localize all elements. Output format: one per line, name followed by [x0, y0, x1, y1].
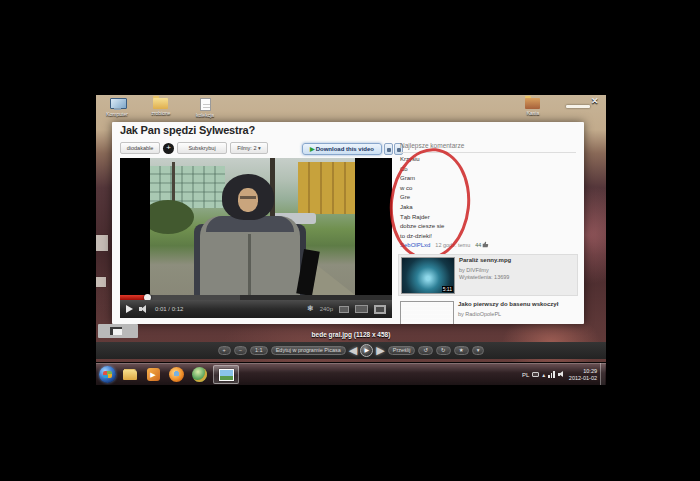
slideshow-play-button[interactable]: ▶ — [360, 344, 373, 357]
video-player: 0:01 / 0:12 ❄ 240p — [120, 158, 392, 318]
taskbar-explorer-button[interactable] — [121, 366, 139, 384]
volume-icon[interactable] — [139, 305, 149, 313]
explorer-icon — [123, 370, 137, 380]
desktop-icon-computer[interactable]: Komputer — [98, 98, 136, 117]
zoom-out-button[interactable]: − — [234, 346, 247, 355]
desktop-fragment — [96, 235, 108, 251]
previous-image-arrow[interactable]: ◀ — [349, 345, 357, 356]
duration-badge: 5:11 — [442, 286, 453, 292]
document-icon — [200, 98, 211, 111]
related-text: Jako pierwszy do basenu wskoczył by Radi… — [458, 301, 558, 324]
language-indicator[interactable]: PL — [522, 372, 529, 378]
collapse-toolbar-button[interactable]: ▾ — [472, 346, 485, 355]
keyboard-icon — [532, 372, 539, 377]
jacket-zipper — [248, 234, 251, 295]
taskbar-firefox-button[interactable] — [167, 366, 185, 384]
subscribe-plus-icon[interactable]: + — [163, 143, 174, 154]
comment-line: Gram — [400, 174, 530, 184]
tray-date: 2012-01-02 — [569, 375, 597, 382]
folder-icon — [525, 98, 540, 109]
comment-age: 12 godz. temu — [435, 242, 470, 248]
films-dropdown[interactable]: Filmy: 2 ▾ — [230, 142, 268, 154]
minimize-indicator[interactable] — [566, 105, 590, 108]
building-right — [298, 162, 355, 214]
download-option-button-1[interactable] — [384, 143, 393, 155]
network-icon[interactable] — [548, 371, 555, 378]
show-desktop-button[interactable] — [600, 363, 605, 385]
taskbar: ▶ PL ▴ 10:29 2012-01-02 — [96, 362, 606, 385]
comment-line: Tąb Rajder — [400, 213, 530, 223]
large-player-button[interactable] — [355, 305, 368, 313]
comment-line: Gre — [400, 193, 530, 203]
comment-line: w co — [400, 184, 530, 194]
desktop-icon-folder-2[interactable]: Kasia — [514, 98, 552, 116]
zoom-in-button[interactable]: + — [218, 346, 231, 355]
comment-line: Co — [400, 165, 530, 175]
comment-likes: 44 — [475, 241, 489, 248]
related-views: Wyświetlenia: 13699 — [459, 274, 511, 280]
next-image-arrow[interactable]: ▶ — [376, 345, 384, 356]
small-player-button[interactable] — [339, 306, 349, 313]
edit-in-picasa-button[interactable]: Edytuj w programie Picasa — [271, 346, 346, 355]
picture-icon — [219, 369, 234, 381]
screenshot-stage: Komputer zrobione kolekcja Kasia ✕ Jak P… — [0, 0, 700, 481]
speaker-icon[interactable] — [558, 371, 566, 379]
comment-line: Krzysiu — [400, 155, 530, 165]
related-author: by RadioOpolePL — [458, 311, 558, 317]
bush — [150, 200, 194, 234]
download-video-button[interactable]: ▶Download this video — [302, 143, 382, 155]
desktop-icon-folder-1[interactable]: zrobione — [142, 98, 180, 116]
media-player-icon: ▶ — [147, 368, 160, 381]
comment-author-link[interactable]: SebOlPLxd — [400, 242, 430, 248]
taskbar-media-player-button[interactable]: ▶ — [144, 366, 162, 384]
comment-line: to dz-dzieki! — [400, 232, 530, 242]
taskbar-photo-viewer-button[interactable] — [213, 365, 239, 384]
download-label: Download this video — [316, 146, 374, 152]
subscribe-button[interactable]: Subskrybuj — [177, 142, 227, 154]
desktop-fragment — [96, 277, 106, 287]
download-play-icon: ▶ — [310, 146, 315, 152]
thumbs-up-icon — [482, 241, 489, 248]
close-icon[interactable]: ✕ — [591, 96, 599, 106]
quality-button[interactable]: 240p — [320, 306, 333, 312]
related-video-1[interactable]: 5:11 Paraliż senny.mpg by DIVFilmy Wyświ… — [398, 254, 578, 296]
related-thumbnail — [400, 301, 454, 324]
comment-body: Krzysiu Co Gram w co Gre Jaka Tąb Rajder… — [400, 155, 530, 241]
person-face — [238, 188, 258, 212]
desktop-icon-label: kolekcja — [186, 112, 224, 118]
related-text: Paraliż senny.mpg by DIVFilmy Wyświetlen… — [459, 257, 511, 293]
likes-count: 44 — [475, 242, 481, 248]
related-author: by DIVFilmy — [459, 267, 511, 273]
fullscreen-button[interactable] — [374, 305, 386, 314]
player-controls: 0:01 / 0:12 ❄ 240p — [120, 300, 392, 318]
time-display: 0:01 / 0:12 — [155, 306, 183, 312]
video-screen[interactable] — [120, 158, 392, 295]
rotate-right-button[interactable]: ↻ — [436, 346, 451, 355]
actual-size-button[interactable]: 1:1 — [250, 346, 268, 355]
desktop-icon-file[interactable]: kolekcja — [186, 98, 224, 118]
firefox-icon — [169, 367, 184, 382]
desktop: Komputer zrobione kolekcja Kasia ✕ Jak P… — [96, 95, 606, 385]
rotate-left-button[interactable]: ↺ — [418, 346, 433, 355]
desktop-icon-label: zrobione — [142, 110, 180, 116]
channel-button[interactable]: diodakable — [120, 142, 160, 154]
snowflake-icon[interactable]: ❄ — [307, 305, 314, 313]
taskbar-buttons: ▶ — [99, 363, 239, 385]
comments-header: Najlepsze komentarze — [400, 142, 576, 153]
hidden-icons-caret[interactable]: ▴ — [542, 372, 545, 378]
computer-icon — [110, 98, 125, 110]
video-frame — [150, 158, 355, 295]
desktop-icon-label: Komputer — [98, 111, 136, 117]
related-title: Jako pierwszy do basenu wskoczył — [458, 301, 558, 309]
upload-button[interactable]: Prześlij — [388, 346, 416, 355]
related-video-2[interactable]: Jako pierwszy do basenu wskoczył by Radi… — [398, 299, 578, 324]
play-button[interactable] — [126, 305, 133, 313]
taskbar-globe-app-button[interactable] — [190, 366, 208, 384]
image-caption: bede gral.jpg (1128 x 458) — [96, 331, 606, 338]
star-button[interactable]: ★ — [454, 346, 469, 355]
related-title: Paraliż senny.mpg — [459, 257, 511, 265]
globe-icon — [192, 367, 207, 382]
tray-clock[interactable]: 10:29 2012-01-02 — [569, 368, 597, 381]
photo-viewer-image: Jak Pan spędzi Sylwestra? diodakable + S… — [112, 122, 584, 324]
start-button[interactable] — [99, 366, 116, 383]
